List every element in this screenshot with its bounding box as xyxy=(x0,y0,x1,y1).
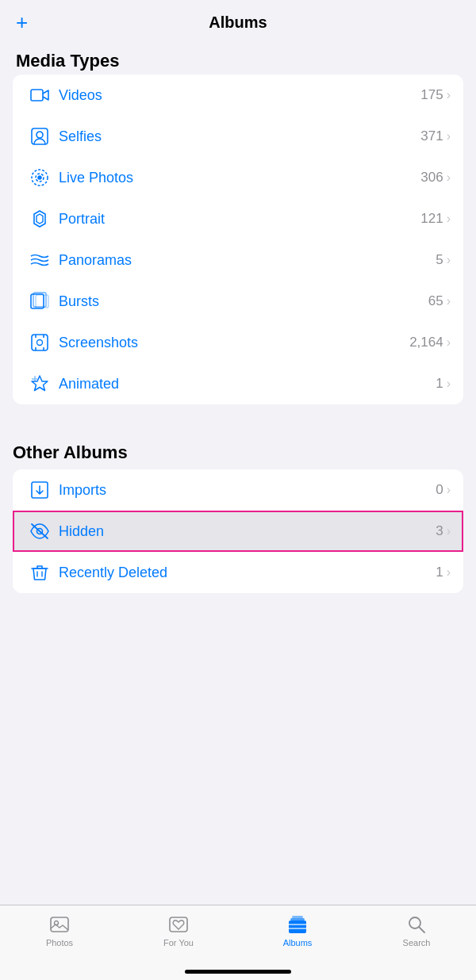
svg-rect-21 xyxy=(290,918,305,921)
media-types-list: Videos 175 › Selfies 371 › xyxy=(13,75,463,404)
hidden-chevron: › xyxy=(447,524,451,538)
bursts-chevron: › xyxy=(447,294,451,308)
hidden-icon xyxy=(25,521,54,542)
list-item-imports[interactable]: Imports 0 › xyxy=(13,469,463,511)
add-button[interactable]: + xyxy=(16,12,28,33)
svg-point-10 xyxy=(37,340,43,346)
content-area: Media Types Videos 175 › xyxy=(0,44,476,593)
page-title: Albums xyxy=(209,13,267,32)
tab-albums[interactable]: Albums xyxy=(238,913,357,947)
video-icon xyxy=(25,85,54,105)
svg-rect-9 xyxy=(32,335,48,350)
for-you-tab-label: For You xyxy=(163,938,194,947)
screenshots-icon xyxy=(25,332,54,353)
animated-count: 1 xyxy=(436,376,443,392)
albums-tab-label: Albums xyxy=(283,938,313,947)
animated-icon xyxy=(25,373,54,394)
panoramas-chevron: › xyxy=(447,253,451,267)
tab-for-you[interactable]: For You xyxy=(119,913,238,947)
search-tab-label: Search xyxy=(403,938,431,947)
imports-chevron: › xyxy=(447,483,451,497)
screenshots-chevron: › xyxy=(447,335,451,350)
for-you-tab-icon xyxy=(167,913,190,936)
header: + Albums xyxy=(0,0,476,44)
selfies-chevron: › xyxy=(447,129,451,144)
videos-label: Videos xyxy=(59,87,420,104)
videos-chevron: › xyxy=(447,88,451,102)
albums-tab-icon xyxy=(286,913,309,936)
portrait-chevron: › xyxy=(447,212,451,226)
panoramas-label: Panoramas xyxy=(59,252,436,269)
panoramas-count: 5 xyxy=(436,252,443,268)
bursts-label: Bursts xyxy=(59,293,428,310)
recently-deleted-chevron: › xyxy=(447,565,451,580)
svg-rect-20 xyxy=(289,921,306,933)
selfies-count: 371 xyxy=(420,128,443,144)
list-item-recently-deleted[interactable]: Recently Deleted 1 › xyxy=(13,552,463,593)
animated-chevron: › xyxy=(447,377,451,391)
screenshots-label: Screenshots xyxy=(59,335,409,351)
search-tab-icon xyxy=(405,913,428,936)
selfie-icon xyxy=(25,126,54,147)
photos-tab-label: Photos xyxy=(46,938,73,947)
svg-rect-17 xyxy=(51,917,68,932)
list-item-animated[interactable]: Animated 1 › xyxy=(13,363,463,404)
portrait-label: Portrait xyxy=(59,211,420,228)
imports-count: 0 xyxy=(436,482,443,498)
live-photos-chevron: › xyxy=(447,170,451,185)
list-item-bursts[interactable]: Bursts 65 › xyxy=(13,281,463,322)
recently-deleted-label: Recently Deleted xyxy=(59,565,436,581)
other-albums-list: Imports 0 › Hidden 3 › xyxy=(13,469,463,593)
animated-label: Animated xyxy=(59,376,436,392)
hidden-count: 3 xyxy=(436,523,443,539)
live-photos-icon xyxy=(25,167,54,188)
live-photos-label: Live Photos xyxy=(59,170,420,186)
live-photos-count: 306 xyxy=(420,170,443,186)
list-item-hidden[interactable]: Hidden 3 › xyxy=(13,511,463,552)
videos-count: 175 xyxy=(420,87,443,103)
recently-deleted-count: 1 xyxy=(436,565,443,580)
imports-icon xyxy=(25,480,54,500)
svg-line-26 xyxy=(420,928,425,933)
bursts-icon xyxy=(25,291,54,312)
tab-photos[interactable]: Photos xyxy=(0,913,119,947)
portrait-count: 121 xyxy=(420,211,443,227)
tab-search[interactable]: Search xyxy=(357,913,476,947)
list-item-panoramas[interactable]: Panoramas 5 › xyxy=(13,239,463,281)
hidden-label: Hidden xyxy=(59,523,436,540)
tab-bar: Photos For You Albums xyxy=(0,905,476,980)
list-item-portrait[interactable]: Portrait 121 › xyxy=(13,198,463,239)
list-item-videos[interactable]: Videos 175 › xyxy=(13,75,463,116)
svg-rect-0 xyxy=(31,90,43,101)
selfies-label: Selfies xyxy=(59,128,420,145)
other-albums-heading: Other Albums xyxy=(0,430,476,469)
svg-point-2 xyxy=(36,132,43,138)
svg-point-5 xyxy=(38,176,41,179)
svg-rect-22 xyxy=(292,916,303,918)
bursts-count: 65 xyxy=(428,293,443,309)
photos-tab-icon xyxy=(48,913,71,936)
recently-deleted-icon xyxy=(25,562,54,583)
list-item-screenshots[interactable]: Screenshots 2,164 › xyxy=(13,322,463,363)
media-types-heading-truncated: Media Types xyxy=(0,44,476,75)
list-item-live-photos[interactable]: Live Photos 306 › xyxy=(13,157,463,198)
list-item-selfies[interactable]: Selfies 371 › xyxy=(13,116,463,157)
home-indicator xyxy=(185,970,291,974)
imports-label: Imports xyxy=(59,482,436,499)
screenshots-count: 2,164 xyxy=(409,335,443,350)
panoramas-icon xyxy=(25,250,54,270)
portrait-icon xyxy=(25,209,54,229)
